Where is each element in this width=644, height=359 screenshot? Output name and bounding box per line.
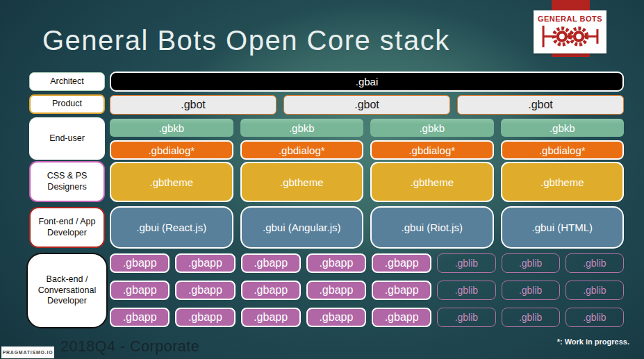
gblib-box: .gblib (502, 253, 560, 273)
gbui-box: .gbui (React.js) (110, 206, 233, 249)
slide-footer: 2018Q4 - Corporate (60, 338, 199, 356)
gbapp-box: .gbapp (241, 253, 301, 273)
gblib-box: .gblib (565, 253, 624, 273)
gbapp-box: .gbapp (306, 281, 366, 300)
backend-row-3: .gbapp .gbapp .gbapp .gbapp .gbapp .gbli… (110, 308, 624, 327)
gbdialog-box: .gbdialog* (501, 140, 625, 160)
gbapp-box: .gbapp (175, 281, 235, 300)
gbdialog-box: .gbdialog* (110, 140, 233, 160)
logo-wordmark: GENERAL BOTS (538, 15, 602, 23)
gbui-box: .gbui (HTML) (501, 206, 625, 249)
gbui-box: .gbui (Angular.js) (240, 206, 364, 249)
backend-row-1: .gbapp .gbapp .gbapp .gbapp .gbapp .gbli… (110, 253, 624, 273)
gbapp-box: .gbapp (175, 308, 235, 327)
product-row: .gbot .gbot .gbot (110, 95, 624, 115)
gbapp-box: .gbapp (241, 308, 301, 327)
gbtheme-box: .gbtheme (240, 162, 364, 202)
gbtheme-box: .gbtheme (501, 162, 625, 202)
gbkb-box: .gbkb (370, 119, 494, 137)
gbdialog-box: .gbdialog* (370, 140, 494, 160)
gbkb-box: .gbkb (240, 119, 364, 137)
gbapp-box: .gbapp (110, 253, 170, 273)
row-label-architect: Architect (29, 72, 105, 91)
gblib-box: .gblib (565, 308, 624, 327)
gbdialog-row: .gbdialog* .gbdialog* .gbdialog* .gbdial… (110, 140, 624, 160)
gbdialog-box: .gbdialog* (240, 140, 364, 160)
work-in-progress-footnote: *: Work in progress. (557, 337, 629, 346)
gbapp-box: .gbapp (241, 281, 301, 300)
general-bots-logo: GENERAL BOTS (534, 10, 606, 53)
gbapp-box: .gbapp (110, 308, 170, 327)
slide-canvas: General Bots Open Core stack GENERAL BOT… (0, 0, 644, 359)
gbot-box: .gbot (457, 95, 624, 115)
gbtheme-box: .gbtheme (370, 162, 494, 202)
gbapp-box: .gbapp (372, 308, 431, 327)
gbapp-box: .gbapp (110, 281, 170, 300)
gbui-box: .gbui (Riot.js) (370, 206, 494, 249)
gblib-box: .gblib (437, 308, 495, 327)
gblib-box: .gblib (502, 281, 560, 300)
row-label-end-user: End-user (29, 117, 105, 160)
architect-row: .gbai (110, 72, 624, 92)
page-title: General Bots Open Core stack (42, 25, 450, 56)
gblib-box: .gblib (565, 281, 624, 300)
row-label-frontend-app-developer: Font-end / App Developer (29, 207, 105, 248)
gbapp-box: .gbapp (372, 253, 431, 273)
gbapp-box: .gbapp (306, 308, 366, 327)
row-label-product: Product (29, 94, 105, 114)
gbai-bar: .gbai (110, 72, 624, 92)
gbot-box: .gbot (110, 95, 276, 115)
gbtheme-row: .gbtheme .gbtheme .gbtheme .gbtheme (110, 162, 624, 202)
gblib-box: .gblib (437, 253, 495, 273)
gbapp-box: .gbapp (175, 253, 235, 273)
gbot-box: .gbot (283, 95, 450, 115)
gblib-box: .gblib (502, 308, 560, 327)
gbapp-box: .gbapp (372, 281, 431, 300)
gbapp-box: .gbapp (306, 253, 366, 273)
gbkb-box: .gbkb (110, 119, 233, 137)
pragmatismo-logo: PRAGMATISMO.IO (1, 347, 54, 358)
gears-icon (539, 24, 602, 49)
gbui-row: .gbui (React.js) .gbui (Angular.js) .gbu… (110, 206, 624, 249)
gbkb-box: .gbkb (501, 119, 625, 137)
backend-row-2: .gbapp .gbapp .gbapp .gbapp .gbapp .gbli… (110, 281, 624, 300)
gbkb-row: .gbkb .gbkb .gbkb .gbkb (110, 119, 624, 137)
row-label-backend-conversational-developer: Back-end / Conversational Developer (26, 253, 108, 328)
row-label-css-ps-designers: CSS & PS Designers (29, 161, 105, 202)
gbtheme-box: .gbtheme (110, 162, 233, 202)
gblib-box: .gblib (437, 281, 495, 300)
